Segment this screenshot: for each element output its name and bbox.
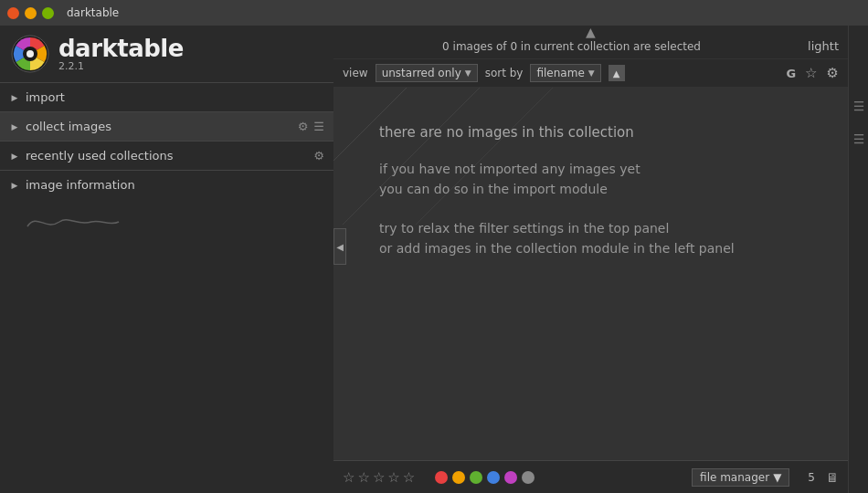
titlebar: darktable: [0, 0, 868, 26]
view-mode-dropdown[interactable]: file manager ▼: [692, 468, 789, 487]
settings-icon[interactable]: ⚙: [298, 120, 309, 133]
import-hint: if you have not imported any images yet …: [379, 159, 640, 200]
svg-line-5: [333, 88, 553, 225]
color-label-gray[interactable]: [522, 471, 535, 484]
list-icon[interactable]: ☰: [313, 120, 324, 133]
star-icon[interactable]: ☆: [805, 65, 817, 81]
star-1[interactable]: ☆: [343, 469, 355, 486]
collect-icons: ⚙ ☰: [298, 120, 324, 133]
filter-hint-line1: try to relax the filter settings in the …: [379, 221, 669, 236]
sidebar-item-info[interactable]: ▶ image information: [0, 171, 333, 199]
color-label-yellow[interactable]: [452, 471, 465, 484]
arrow-icon: ▶: [9, 180, 20, 191]
recently-used-label: recently used collections: [26, 149, 313, 163]
left-collapse-button[interactable]: ◀: [333, 228, 346, 265]
image-count: 5: [808, 471, 815, 484]
image-info-label: image information: [26, 178, 324, 192]
view-selector: file manager ▼: [692, 468, 789, 487]
sidebar-section-import: ▶ import: [0, 82, 333, 111]
sidebar-item-collect[interactable]: ▶ collect images ⚙ ☰: [0, 112, 333, 141]
squiggle-decoration: [0, 199, 333, 247]
app-name: darktable: [58, 37, 184, 60]
collapse-arrow-icon: ◀: [336, 242, 344, 252]
filter-right-icons: G ☆ ⚙: [786, 65, 839, 81]
color-labels: [435, 471, 535, 484]
top-arrow-icon[interactable]: ▲: [586, 26, 596, 38]
no-images-message: there are no images in this collection: [379, 124, 634, 141]
app-version: 2.2.1: [58, 60, 184, 72]
sidebar-section-recent: ▶ recently used collections ⚙: [0, 141, 333, 170]
sort-label: sort by: [485, 67, 524, 79]
sort-value: filename: [536, 67, 584, 79]
collect-images-label: collect images: [26, 120, 298, 133]
color-label-purple[interactable]: [504, 471, 517, 484]
sort-order-button[interactable]: ▲: [609, 65, 625, 81]
filter-hint-line2: or add images in the collection module i…: [379, 241, 735, 256]
arrow-icon: ▶: [9, 151, 20, 162]
lighttable-label: lightt: [808, 39, 839, 53]
arrow-icon: ▶: [9, 92, 20, 103]
dropdown-arrow-icon: ▼: [465, 68, 471, 78]
svg-point-2: [26, 50, 34, 58]
right-panel: ▲ 0 images of 0 in current collection ar…: [333, 26, 848, 493]
bottom-bar: ☆ ☆ ☆ ☆ ☆ file manager ▼ 5: [333, 460, 848, 493]
window-title: darktable: [67, 6, 119, 19]
view-label: view: [343, 67, 368, 79]
sidebar-item-import[interactable]: ▶ import: [0, 83, 333, 111]
filter-bar: view unstarred only ▼ sort by filename ▼…: [333, 59, 848, 88]
logo-area: darktable 2.2.1: [0, 26, 333, 82]
maximize-button[interactable]: [42, 7, 54, 19]
left-sidebar: darktable 2.2.1 ▶ import ▶ collect image…: [0, 26, 333, 493]
right-sidebar-icon-1[interactable]: ☰: [852, 99, 866, 113]
view-dropdown[interactable]: unstarred only ▼: [376, 64, 478, 82]
import-hint-line2: you can do so in the import module: [379, 182, 608, 196]
sidebar-section-collect: ▶ collect images ⚙ ☰: [0, 111, 333, 141]
svg-line-4: [333, 88, 480, 225]
color-label-blue[interactable]: [487, 471, 500, 484]
view-value: unstarred only: [382, 67, 461, 79]
minimize-button[interactable]: [25, 7, 37, 19]
view-mode-value: file manager: [700, 471, 769, 484]
right-sidebar-icon-2[interactable]: ☰: [852, 131, 866, 146]
grid-icon[interactable]: G: [786, 67, 796, 80]
logo-text: darktable 2.2.1: [58, 37, 184, 72]
main-layout: darktable 2.2.1 ▶ import ▶ collect image…: [0, 26, 868, 493]
star-2[interactable]: ☆: [357, 469, 369, 486]
import-hint-line1: if you have not imported any images yet: [379, 162, 640, 176]
top-status-bar: ▲ 0 images of 0 in current collection ar…: [333, 26, 848, 59]
dropdown-arrow-icon: ▼: [588, 68, 595, 78]
color-label-green[interactable]: [470, 471, 482, 484]
settings-icon[interactable]: ⚙: [827, 65, 839, 81]
filter-hint: try to relax the filter settings in the …: [379, 218, 735, 259]
collection-status: 0 images of 0 in current collection are …: [343, 38, 800, 53]
recent-icons: ⚙: [313, 149, 324, 163]
image-area: there are no images in this collection i…: [333, 88, 848, 460]
sidebar-section-info: ▶ image information: [0, 170, 333, 199]
arrow-icon: ▶: [9, 121, 20, 132]
darktable-logo: [11, 35, 49, 73]
star-4[interactable]: ☆: [387, 469, 399, 486]
right-thin-sidebar: ☰ ☰: [848, 26, 868, 493]
star-5[interactable]: ☆: [403, 469, 415, 486]
star-rating: ☆ ☆ ☆ ☆ ☆: [343, 469, 415, 486]
sidebar-item-recent[interactable]: ▶ recently used collections ⚙: [0, 142, 333, 170]
settings-icon[interactable]: ⚙: [313, 149, 324, 163]
close-button[interactable]: [7, 7, 19, 19]
dropdown-arrow-icon: ▼: [773, 471, 781, 484]
sort-dropdown[interactable]: filename ▼: [530, 64, 600, 82]
monitor-icon: 🖥: [826, 470, 839, 485]
diagonal-decorations: [333, 88, 608, 225]
import-label: import: [26, 90, 324, 104]
color-label-red[interactable]: [435, 471, 448, 484]
star-3[interactable]: ☆: [373, 469, 385, 486]
